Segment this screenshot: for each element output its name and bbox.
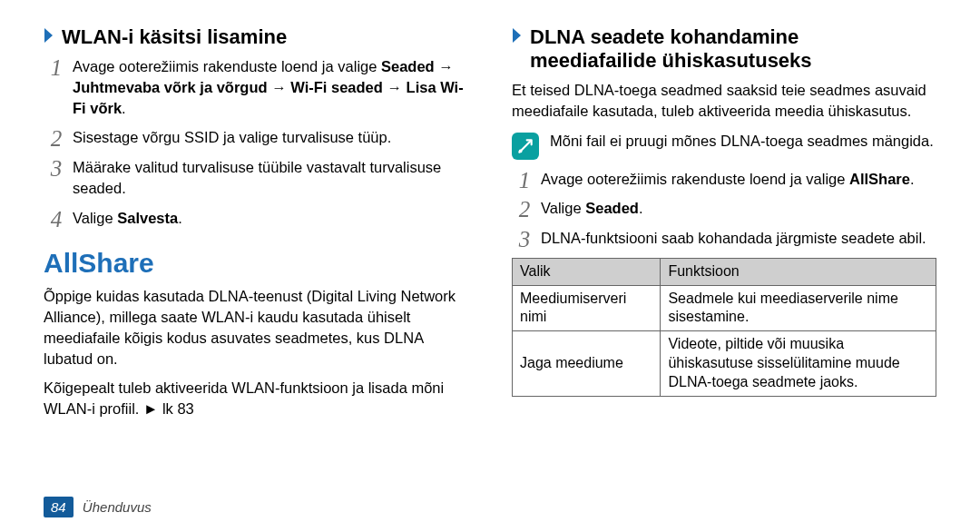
chevron-icon [512, 25, 524, 45]
dlna-intro: Et teised DLNA-toega seadmed saaksid tei… [512, 80, 936, 122]
step-text: Valige Seaded. [541, 200, 643, 216]
step-text: Sisestage võrgu SSID ja valige turvalisu… [73, 129, 391, 145]
table-header-row: Valik Funktsioon [513, 258, 936, 285]
svg-marker-0 [44, 28, 53, 43]
cell-option: Meediumiserveri nimi [513, 285, 661, 331]
note-text: Mõni fail ei pruugi mõnes DLNA-toega sea… [550, 131, 934, 152]
page-footer: 84 Ühenduvus [44, 497, 152, 517]
step-1: 1 Avage ooterežiimis rakenduste loend ja… [512, 169, 936, 190]
heading-text: DLNA seadete kohandamine meediafailide ü… [530, 25, 812, 73]
step-text: Määrake valitud turvalisuse tüübile vast… [73, 159, 441, 196]
step-number: 3 [45, 153, 67, 185]
step-text: Avage ooterežiimis rakenduste loend ja v… [73, 58, 464, 116]
step-number: 3 [514, 224, 535, 256]
allshare-prereq: Kõigepealt tuleb aktiveerida WLAN-funkts… [44, 378, 468, 419]
step-text: DLNA-funktsiooni saab kohandada järgmist… [541, 230, 926, 246]
th-function: Funktsioon [661, 258, 936, 285]
page-number: 84 [44, 497, 74, 517]
step-3: 3 Määrake valitud turvalisuse tüübile va… [44, 157, 468, 199]
steps-right: 1 Avage ooterežiimis rakenduste loend ja… [512, 169, 936, 249]
two-column-layout: WLAN-i käsitsi lisamine 1 Avage ootereži… [44, 25, 936, 429]
footer-section: Ühenduvus [83, 499, 152, 515]
cell-function: Videote, piltide või muusika ühiskasutus… [661, 331, 936, 396]
steps-left: 1 Avage ooterežiimis rakenduste loend ja… [44, 56, 468, 228]
note-icon [512, 133, 539, 160]
options-table: Valik Funktsioon Meediumiserveri nimi Se… [512, 258, 936, 397]
step-text: Avage ooterežiimis rakenduste loend ja v… [541, 171, 915, 187]
allshare-intro: Õppige kuidas kasutada DLNA-teenust (Dig… [44, 286, 468, 369]
cell-option: Jaga meediume [513, 331, 661, 396]
left-column: WLAN-i käsitsi lisamine 1 Avage ootereži… [44, 25, 468, 429]
step-4: 4 Valige Salvesta. [44, 208, 468, 229]
svg-marker-1 [513, 28, 521, 43]
step-2: 2 Valige Seaded. [512, 198, 936, 219]
step-number: 1 [45, 53, 67, 84]
table-row: Jaga meediume Videote, piltide või muusi… [513, 331, 936, 396]
note-row: Mõni fail ei pruugi mõnes DLNA-toega sea… [512, 131, 936, 160]
step-1: 1 Avage ooterežiimis rakenduste loend ja… [44, 56, 468, 118]
right-column: DLNA seadete kohandamine meediafailide ü… [512, 25, 936, 429]
step-number: 1 [514, 165, 535, 197]
step-text: Valige Salvesta. [73, 210, 182, 226]
step-number: 2 [45, 123, 67, 155]
heading-text: WLAN-i käsitsi lisamine [62, 25, 287, 49]
step-2: 2 Sisestage võrgu SSID ja valige turvali… [44, 127, 468, 148]
step-3: 3 DLNA-funktsiooni saab kohandada järgmi… [512, 228, 936, 249]
svg-point-2 [519, 149, 523, 153]
chevron-icon [44, 25, 56, 45]
step-number: 2 [514, 194, 535, 226]
cell-function: Seadmele kui meediaserverile nime sisest… [661, 285, 936, 331]
table-row: Meediumiserveri nimi Seadmele kui meedia… [513, 285, 936, 331]
step-number: 4 [45, 204, 67, 236]
heading-dlna-settings: DLNA seadete kohandamine meediafailide ü… [512, 25, 936, 73]
heading-wlan-manual: WLAN-i käsitsi lisamine [44, 25, 468, 49]
section-title-allshare: AllShare [44, 248, 468, 279]
th-option: Valik [513, 258, 661, 285]
